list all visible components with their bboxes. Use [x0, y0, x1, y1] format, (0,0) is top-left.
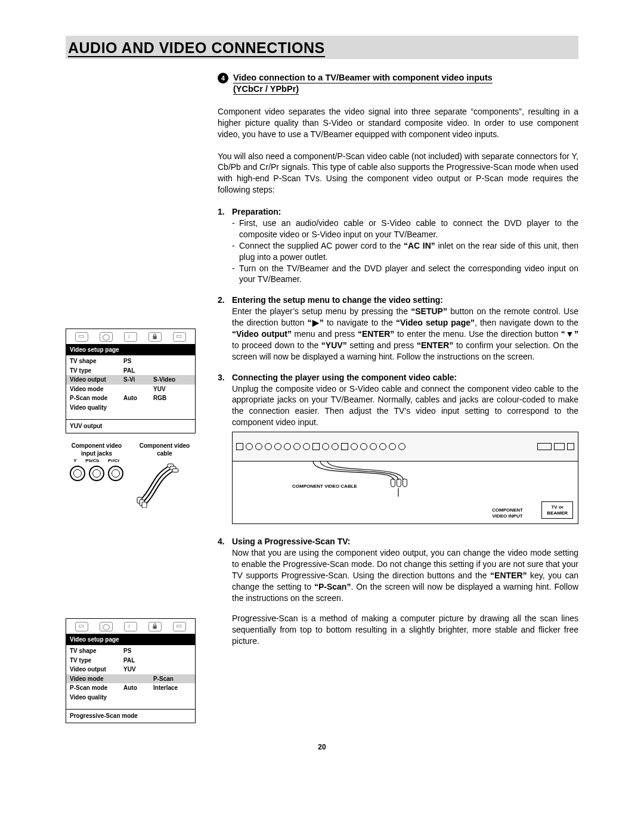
step-3-body: Unplug the composite video or S-Video ca…: [232, 383, 578, 429]
jack-label-y: Y: [73, 458, 76, 464]
section-header: 4 Video connection to a TV/Beamer with c…: [218, 72, 578, 95]
comp-cable-label2: cable: [134, 450, 196, 458]
cable-icon: [135, 458, 194, 508]
diagram-tv-box: TV or BEAMER: [541, 501, 573, 519]
tab-lock-icon: [148, 332, 162, 342]
comp-jacks-label1: Component video: [66, 442, 128, 450]
setup-row: Video quality: [66, 403, 195, 413]
setup1-header: Video setup page: [66, 344, 195, 356]
step-1-item: First, use an audio/video cable or S-Vid…: [232, 218, 578, 240]
jack-y: [70, 466, 85, 481]
comp-jacks-label2: input jacks: [66, 450, 128, 458]
sidebar: Video setup page TV shapePSTV typePALVid…: [66, 72, 206, 732]
tab-general-icon: [75, 332, 88, 342]
section-title-l1: Video connection to a TV/Beamer with com…: [233, 73, 493, 83]
page-number: 20: [66, 742, 578, 752]
steps-list: Preparation: First, use an audio/video c…: [218, 206, 578, 647]
jack-pr: [108, 466, 123, 481]
comp-cable-label1: Component video: [134, 442, 196, 450]
step-4: Using a Progressive-Scan TV: Now that yo…: [218, 536, 578, 647]
intro-para-2: You will also need a component/P-Scan vi…: [218, 151, 578, 196]
step-4-body: Now that you are using the component vid…: [232, 547, 578, 603]
step-3: Connecting the player using the componen…: [218, 372, 578, 524]
setup-row: Video quality: [66, 693, 195, 702]
setup-row: Video outputYUV: [66, 665, 195, 674]
diagram-input-label: COMPONENT VIDEO INPUT: [492, 507, 523, 519]
setup-menu-2: Video setup page TV shapePSTV typePALVid…: [66, 618, 196, 723]
setup-row: P-Scan modeAutoRGB: [66, 394, 195, 403]
component-illustration: Component video input jacks Y Pb/Cb Pr/C…: [66, 442, 206, 508]
setup-row: TV shapePS: [66, 357, 195, 366]
tab-dolby-icon: [124, 622, 137, 631]
tab-general-icon: [75, 622, 88, 631]
setup2-header: Video setup page: [66, 634, 195, 646]
tab-video-icon: [173, 332, 186, 342]
connection-diagram: COMPONENT VIDEO CABLE COMPONENT VIDEO IN…: [232, 432, 578, 524]
section-number-badge: 4: [218, 73, 228, 83]
tab-dolby-icon: [124, 332, 137, 342]
plugs-icon: [391, 479, 407, 487]
diagram-cable-label: COMPONENT VIDEO CABLE: [292, 484, 357, 490]
setup-row: Video modeYUV: [66, 385, 195, 394]
step-2-body: Enter the player’s setup menu by pressin…: [232, 306, 578, 362]
setup-menu-1: Video setup page TV shapePSTV typePALVid…: [66, 329, 196, 433]
tab-audio-icon: [100, 622, 113, 631]
svg-rect-2: [172, 469, 178, 472]
setup-row: TV typePAL: [66, 656, 195, 665]
setup-row: Video outputS-ViS-Video: [66, 375, 195, 385]
step-4-body2: Progressive-Scan is a method of making a…: [232, 613, 578, 647]
main-content: 4 Video connection to a TV/Beamer with c…: [218, 72, 578, 732]
jack-label-pb: Pb/Cb: [85, 458, 99, 464]
svg-rect-5: [142, 502, 147, 508]
tab-video-icon: [173, 622, 186, 631]
step-1-item: Turn on the TV/Beamer and the DVD player…: [232, 263, 578, 286]
step-1-item: Connect the supplied AC power cord to th…: [232, 240, 578, 263]
setup-row: TV shapePS: [66, 646, 195, 656]
setup-row: P-Scan modeAutoInterlace: [66, 683, 195, 693]
jack-label-pr: Pr/Cr: [108, 458, 120, 464]
intro-para-1: Component video separates the video sign…: [218, 106, 578, 140]
step-2: Entering the setup menu to change the vi…: [218, 295, 578, 362]
step-1: Preparation: First, use an audio/video c…: [218, 206, 578, 285]
tab-audio-icon: [100, 332, 113, 342]
setup2-footer: Progressive-Scan mode: [66, 709, 195, 723]
rear-panel-icon: [232, 432, 578, 461]
page-title: AUDIO AND VIDEO CONNECTIONS: [68, 39, 325, 57]
tab-lock-icon: [148, 622, 162, 631]
setup-row: TV typePAL: [66, 366, 195, 376]
section-title-l2: (YCbCr / YPbPr): [233, 84, 299, 95]
setup-row: Video modeP-Scan: [66, 674, 195, 684]
setup1-footer: YUV output: [66, 419, 195, 433]
jack-pb: [89, 466, 104, 481]
page-title-bar: AUDIO AND VIDEO CONNECTIONS: [66, 36, 578, 59]
